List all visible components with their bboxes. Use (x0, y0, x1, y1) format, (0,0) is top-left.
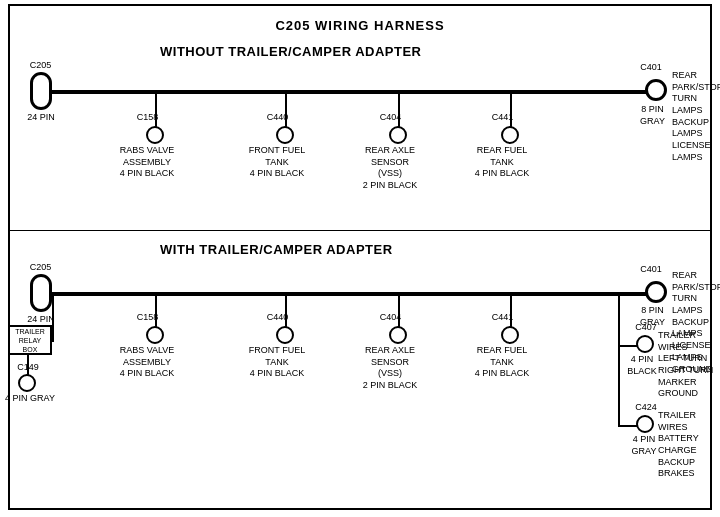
c205-s1-id: C205 (18, 60, 63, 72)
diagram-area: C205 WIRING HARNESS WITHOUT TRAILER/CAMP… (0, 0, 720, 500)
c149-pin: 4 PIN GRAY (5, 393, 55, 405)
c205-s2-connector (30, 274, 52, 312)
c401-s1-pin: 8 PINGRAY (630, 104, 675, 127)
c404-s2-connector (389, 326, 407, 344)
c441-s1-connector (501, 126, 519, 144)
c441-s2-label: REAR FUELTANK4 PIN BLACK (467, 345, 537, 380)
c205-s1-pin: 24 PIN (15, 112, 67, 124)
c205-s2-id: C205 (18, 262, 63, 274)
c424-h (618, 425, 638, 427)
c424-drop-v (618, 347, 620, 427)
c441-s1-label: REAR FUELTANK4 PIN BLACK (467, 145, 537, 180)
c404-s1-label: REAR AXLESENSOR(VSS)2 PIN BLACK (355, 145, 425, 192)
c404-s1-connector (389, 126, 407, 144)
c404-s1-id: C404 (363, 112, 418, 124)
page-title: C205 WIRING HARNESS (0, 10, 720, 33)
c404-s2-id: C404 (363, 312, 418, 324)
c401-s1-labels: REAR PARK/STOPTURN LAMPSBACKUP LAMPSLICE… (672, 70, 720, 164)
c440-s2-id: C440 (250, 312, 305, 324)
c158-s2-id: C158 (120, 312, 175, 324)
c401-s2-connector (645, 281, 667, 303)
wire1 (50, 90, 648, 94)
c407-labels: TRAILER WIRESLEFT TURNRIGHT TURNMARKERGR… (658, 330, 720, 400)
c441-s2-connector (501, 326, 519, 344)
c440-s1-connector (276, 126, 294, 144)
c149-connector (18, 374, 36, 392)
c441-s1-id: C441 (475, 112, 530, 124)
border (8, 4, 712, 510)
c407-connector (636, 335, 654, 353)
section1-label: WITHOUT TRAILER/CAMPER ADAPTER (160, 44, 422, 59)
c158-s1-label: RABS VALVEASSEMBLY4 PIN BLACK (112, 145, 182, 180)
c205-s2-pin: 24 PIN (15, 314, 67, 326)
c407-drop-v (618, 292, 620, 347)
c401-s1-connector (645, 79, 667, 101)
c149-id: C149 (10, 362, 46, 374)
c158-s2-label: RABS VALVEASSEMBLY4 PIN BLACK (112, 345, 182, 380)
c424-labels: TRAILER WIRESBATTERY CHARGEBACKUPBRAKES (658, 410, 720, 480)
c401-s1-id: C401 (636, 62, 666, 74)
c404-s2-label: REAR AXLESENSOR(VSS)2 PIN BLACK (355, 345, 425, 392)
c440-s1-label: FRONT FUELTANK4 PIN BLACK (242, 145, 312, 180)
c407-h (618, 345, 638, 347)
section2-label: WITH TRAILER/CAMPER ADAPTER (160, 242, 393, 257)
c158-s1-connector (146, 126, 164, 144)
c440-s2-connector (276, 326, 294, 344)
c440-s2-label: FRONT FUELTANK4 PIN BLACK (242, 345, 312, 380)
c440-s1-id: C440 (250, 112, 305, 124)
c424-connector (636, 415, 654, 433)
c205-s1-connector (30, 72, 52, 110)
c401-s2-id: C401 (636, 264, 666, 276)
divider (8, 230, 712, 231)
c441-s2-id: C441 (475, 312, 530, 324)
c158-s2-connector (146, 326, 164, 344)
c158-s1-id: C158 (120, 112, 175, 124)
trailer-relay-label: TRAILERRELAYBOX (8, 327, 52, 354)
trailer-relay-drop (52, 292, 54, 342)
wire2 (50, 292, 648, 296)
